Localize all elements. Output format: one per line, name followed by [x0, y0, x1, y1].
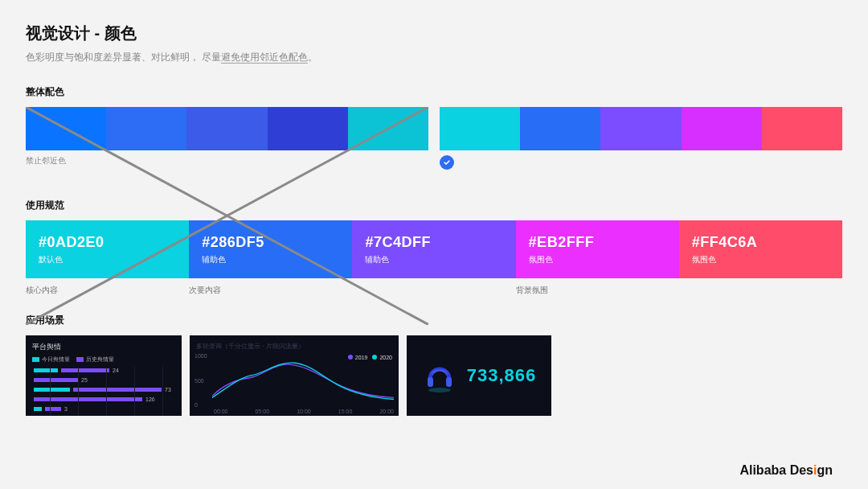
legend-item: 历史舆情量: [76, 355, 114, 364]
palette-strip-forbidden: [26, 107, 428, 150]
metric-value: 733,866: [467, 365, 537, 386]
scene1-bars: 2425731263: [34, 367, 175, 416]
caption-secondary: 次要内容: [189, 285, 352, 296]
bar-segment: [34, 388, 70, 392]
y-tick: 1000: [194, 353, 207, 359]
svg-point-4: [428, 388, 451, 392]
color-role: 氛围色: [692, 254, 829, 265]
check-icon: [440, 155, 454, 170]
svg-rect-3: [446, 377, 452, 387]
usage-captions: 核心内容 次要内容 背景氛围: [26, 285, 842, 296]
legend-item: 今日舆情量: [32, 355, 70, 364]
bar-value-label: 24: [113, 368, 119, 373]
svg-rect-2: [428, 377, 433, 387]
page-subtitle: 色彩明度与饱和度差异显著、对比鲜明， 尽量避免使用邻近色配色。: [26, 51, 842, 64]
bar-segment: [34, 368, 58, 372]
bar-value-label: 3: [64, 406, 68, 412]
x-tick: 15:00: [338, 409, 353, 414]
section-label-usage: 使用规范: [26, 199, 842, 212]
bar-segment: [73, 388, 162, 392]
swatch: [440, 107, 520, 150]
scene2-lines: [212, 355, 394, 405]
swatch: [600, 107, 681, 150]
x-tick: 20:00: [379, 409, 394, 414]
swatch: [186, 107, 267, 150]
bar-value-label: 25: [81, 377, 88, 383]
page: 视觉设计 - 颜色 色彩明度与饱和度差异显著、对比鲜明， 尽量避免使用邻近色配色…: [0, 0, 868, 489]
color-role: 默认色: [39, 254, 176, 265]
caption-background: 背景氛围: [516, 285, 679, 296]
caption-core: 核心内容: [26, 285, 189, 296]
bar-row: 73: [34, 386, 175, 392]
palette-row: 禁止邻近色: [26, 107, 842, 166]
y-axis: 1000 500 0: [194, 353, 207, 408]
swatch: [520, 107, 600, 150]
bar-segment: [45, 407, 61, 411]
bar-segment: [34, 378, 78, 382]
bar-row: 126: [34, 396, 175, 402]
subtitle-text: 色彩明度与饱和度差异显著、对比鲜明， 尽量: [26, 51, 221, 63]
bar-value-label: 73: [165, 387, 171, 392]
caption-empty: [352, 285, 515, 296]
swatch: [762, 107, 842, 150]
x-tick: 10:00: [297, 409, 311, 414]
legend-label: 历史舆情量: [86, 355, 114, 364]
subtitle-after: 。: [308, 51, 317, 63]
usage-block: #0AD2E0 默认色: [26, 220, 189, 278]
y-tick: 0: [194, 402, 207, 408]
caption-empty: [679, 285, 842, 296]
usage-row: #0AD2E0 默认色 #286DF5 辅助色 #7C4DFF 辅助色 #EB2…: [26, 220, 842, 278]
page-title: 视觉设计 - 颜色: [26, 23, 842, 44]
color-hex: #EB2FFF: [529, 234, 666, 251]
brand-text: Alibaba Des: [739, 463, 813, 477]
subtitle-underlined: 避免使用邻近色配色: [221, 51, 308, 64]
bar-row: 24: [34, 367, 175, 373]
scene1-title: 平台舆情: [32, 342, 175, 352]
x-tick: 05:00: [256, 409, 270, 414]
swatch: [26, 107, 106, 150]
scenes-row: 平台舆情 今日舆情量 历史舆情量 2425731263 多轮查询（千分位显示 ·…: [26, 335, 842, 416]
x-tick: 00:00: [214, 409, 228, 414]
brand-logo: Alibaba Design: [739, 463, 833, 478]
legend-chip-icon: [76, 357, 84, 362]
y-tick: 500: [194, 378, 207, 384]
bar-row: 25: [34, 376, 175, 383]
legend-label: 今日舆情量: [42, 355, 70, 364]
scene1-legend: 今日舆情量 历史舆情量: [32, 355, 175, 364]
headphones-icon: [422, 358, 457, 393]
swatch: [348, 107, 428, 150]
color-role: 氛围色: [529, 254, 666, 265]
bar-segment: [34, 407, 42, 411]
section-label-palette: 整体配色: [26, 85, 842, 99]
usage-block: #7C4DFF 辅助色: [352, 220, 515, 278]
scene-line-chart: 多轮查询（千分位显示 · 片段闪流量） 2019 2020 1000 500 0…: [190, 335, 399, 416]
legend-chip-icon: [32, 357, 39, 362]
scene-bar-chart: 平台舆情 今日舆情量 历史舆情量 2425731263: [26, 335, 182, 416]
brand-text: gn: [817, 463, 833, 477]
bar-value-label: 126: [145, 397, 155, 402]
color-hex: #286DF5: [202, 234, 339, 251]
usage-block: #EB2FFF 氛围色: [516, 220, 679, 278]
scene2-faint-title: 多轮查询（千分位显示 · 片段闪流量）: [196, 342, 392, 351]
bar-row: 3: [34, 405, 175, 412]
palette-strip-recommended: [440, 107, 842, 150]
color-role: 辅助色: [365, 254, 502, 265]
color-role: 辅助色: [202, 254, 339, 265]
x-axis: 00:00 05:00 10:00 15:00 20:00: [214, 409, 394, 414]
swatch: [106, 107, 186, 150]
color-hex: #0AD2E0: [39, 234, 176, 251]
usage-block: #FF4C6A 氛围色: [679, 220, 842, 278]
color-hex: #FF4C6A: [692, 234, 829, 251]
color-hex: #7C4DFF: [365, 234, 502, 251]
swatch: [682, 107, 762, 150]
section-label-scenes: 应用场景: [26, 314, 842, 327]
usage-block: #286DF5 辅助色: [189, 220, 352, 278]
scene-metric: 733,866: [407, 335, 551, 416]
bar-segment: [61, 368, 109, 372]
swatch: [268, 107, 348, 150]
palette-forbidden-label: 禁止邻近色: [26, 155, 428, 166]
